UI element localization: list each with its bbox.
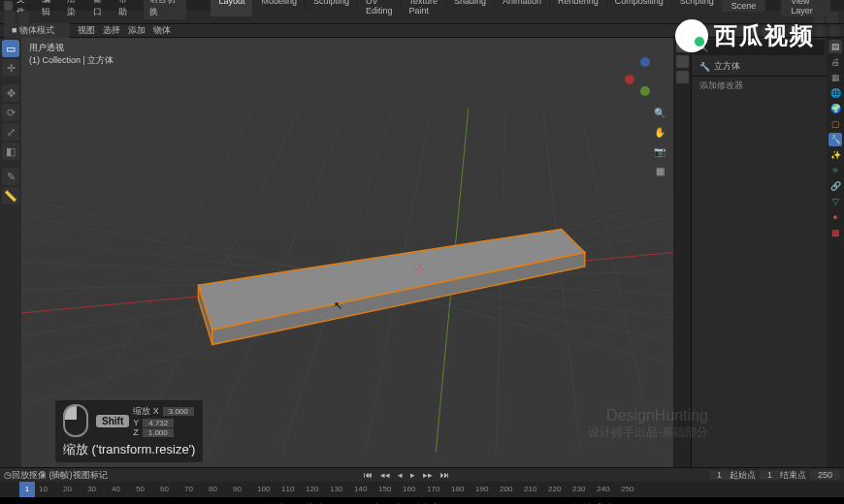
object-name-label: 立方体 [714, 60, 740, 73]
menu-select[interactable]: 选择 [103, 24, 120, 37]
tab-sculpting[interactable]: Sculpting [306, 0, 357, 16]
properties-search[interactable]: 🔍 [694, 40, 825, 55]
pivot-icon[interactable] [733, 25, 745, 37]
item-tab-icon[interactable] [676, 40, 689, 52]
tab-animation[interactable]: Animation [495, 0, 549, 16]
shading-render-icon[interactable] [828, 25, 840, 37]
menu-window[interactable]: 窗口 [93, 0, 109, 18]
timeline-ruler[interactable]: 1 10203040506070809010011012013014015016… [0, 482, 844, 497]
start-frame[interactable]: 1 [760, 470, 780, 480]
mouse-pointer-icon: ↖ [334, 299, 342, 312]
menu-object[interactable]: 物体 [153, 24, 171, 37]
tool-move[interactable]: ✥ [2, 84, 19, 102]
menu-render[interactable]: 渲染 [67, 0, 82, 18]
jump-end-icon[interactable]: ⏭ [438, 470, 452, 480]
proportional-icon[interactable] [747, 25, 759, 37]
menu-add[interactable]: 添加 [128, 24, 146, 37]
texture-props-icon[interactable]: ▩ [828, 226, 842, 239]
shading-wire-icon[interactable] [788, 25, 799, 37]
constraint-props-icon[interactable]: 🔗 [828, 179, 842, 193]
menu-edit[interactable]: 编辑 [42, 0, 57, 18]
scene-props-icon[interactable]: 🌐 [828, 86, 842, 100]
playhead[interactable]: 1 [19, 482, 35, 497]
render-props-icon[interactable]: ▤ [828, 40, 842, 53]
xray-icon[interactable] [774, 25, 786, 37]
timeline-view[interactable]: 视图 [73, 469, 90, 482]
tick-120: 120 [306, 485, 318, 493]
tool-select-box[interactable]: ▭ [2, 40, 19, 57]
play-icon[interactable] [17, 12, 29, 23]
funnel-icon[interactable] [827, 12, 838, 23]
play-rev-icon[interactable]: ◂ [395, 470, 406, 480]
tool-rotate[interactable]: ⟳ [2, 104, 19, 121]
tool-cursor[interactable]: ✛ [2, 59, 19, 77]
next-key-icon[interactable]: ▸▸ [420, 470, 436, 480]
tab-compositing[interactable]: Compositing [607, 0, 671, 16]
snap-icon[interactable] [720, 25, 731, 37]
tick-130: 130 [330, 485, 342, 493]
gizmo-x-icon[interactable] [625, 75, 634, 84]
view-tab-icon[interactable] [676, 71, 689, 83]
tick-90: 90 [233, 485, 242, 493]
tab-texture-paint[interactable]: Texture Paint [402, 0, 446, 16]
play-icon[interactable]: ▸ [407, 470, 418, 480]
shading-matcap-icon[interactable] [815, 25, 827, 37]
zoom-icon[interactable]: 🔍 [652, 106, 667, 121]
tick-100: 100 [257, 485, 270, 493]
tab-layout[interactable]: Layout [211, 0, 252, 16]
tick-180: 180 [451, 485, 464, 493]
tool-tab-icon[interactable] [676, 55, 689, 68]
timeline-keying[interactable]: 抠像 (插帧) [29, 469, 73, 482]
menu-help[interactable]: 帮助 [118, 0, 134, 18]
select-mode-icon[interactable] [706, 25, 718, 37]
shift-key-icon: Shift [96, 415, 129, 427]
overlay-icon[interactable] [761, 25, 772, 37]
tool-shelf: ▭ ✛ ✥ ⟳ ⤢ ◧ ✎ 📏 [0, 38, 21, 467]
lang-switch-button[interactable]: 语言切换 [144, 0, 186, 19]
mode-selector[interactable]: ■ 物体模式 [4, 23, 70, 38]
current-frame[interactable]: 1 [709, 470, 730, 480]
object-props-icon[interactable]: ▢ [828, 117, 842, 131]
pan-icon[interactable]: ✋ [652, 125, 667, 141]
tab-uv-editing[interactable]: UV Editing [358, 0, 401, 16]
tab-shading[interactable]: Shading [446, 0, 494, 16]
menu-view[interactable]: 视图 [78, 24, 95, 37]
nav-gizmo[interactable] [625, 57, 664, 96]
gizmo-y-icon[interactable] [640, 86, 650, 96]
physics-props-icon[interactable]: ⚛ [828, 164, 842, 177]
editor-dopesheet-icon[interactable]: ◷ [4, 470, 12, 480]
tool-scale[interactable]: ⤢ [2, 123, 19, 141]
jump-start-icon[interactable]: ⏮ [361, 470, 375, 480]
camera-icon[interactable]: 📷 [652, 144, 667, 160]
editor-type-icon[interactable] [4, 12, 16, 23]
tick-30: 30 [87, 485, 96, 493]
viewport-3d[interactable]: 用户透视 (1) Collection | 立方体 [21, 38, 673, 467]
filter-icon[interactable] [813, 12, 825, 23]
tool-transform[interactable]: ◧ [2, 142, 19, 160]
prev-key-icon[interactable]: ◂◂ [377, 470, 393, 480]
end-frame[interactable]: 250 [810, 470, 840, 480]
shading-solid-icon[interactable] [801, 25, 813, 37]
tool-annotate[interactable]: ✎ [2, 168, 19, 185]
video-subtitle: Blender设计公开基础课I 致力打造优质内容I 公众号：DesignHunt… [0, 497, 844, 504]
tab-scripting[interactable]: Scripting [672, 0, 722, 16]
add-modifier-button[interactable]: 添加修改器 [692, 77, 827, 95]
timeline-playback[interactable]: 回放 [12, 469, 29, 482]
output-props-icon[interactable]: 🖨 [828, 55, 842, 69]
modifier-props-icon[interactable]: 🔧 [828, 133, 842, 146]
timeline-marker[interactable]: 标记 [90, 469, 108, 482]
data-props-icon[interactable]: ▽ [828, 195, 842, 208]
ortho-icon[interactable]: ▦ [652, 164, 667, 179]
gizmo-z-icon[interactable] [640, 57, 650, 67]
tab-rendering[interactable]: Rendering [550, 0, 606, 16]
tab-modeling[interactable]: Modeling [253, 0, 305, 16]
workspace-tabs: Layout Modeling Sculpting UV Editing Tex… [211, 0, 721, 16]
scene-selector[interactable]: Scene [722, 0, 766, 12]
material-props-icon[interactable]: ● [828, 210, 842, 224]
view-layer-props-icon[interactable]: ▦ [828, 71, 842, 84]
tick-250: 250 [621, 485, 633, 493]
tick-220: 220 [548, 485, 561, 493]
tool-measure[interactable]: 📏 [2, 187, 19, 205]
particle-props-icon[interactable]: ✨ [828, 148, 842, 162]
world-props-icon[interactable]: 🌍 [828, 102, 842, 115]
